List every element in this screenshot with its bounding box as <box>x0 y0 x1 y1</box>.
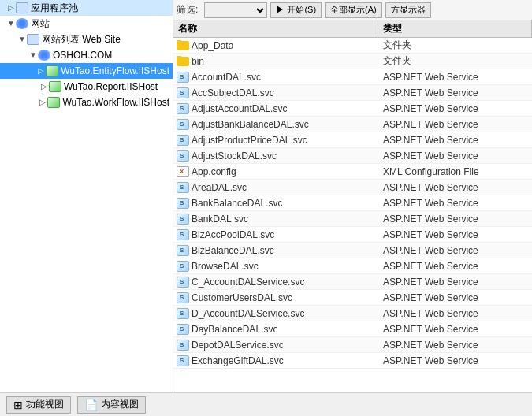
file-name-cell: ExchangeGiftDAL.svc <box>173 355 378 366</box>
file-type-text: ASP.NET Web Service <box>378 324 532 335</box>
file-row[interactable]: BizAccPoolDAL.svcASP.NET Web Service <box>173 227 532 243</box>
tree-node-apppool[interactable]: ▷ 应用程序池 <box>0 0 173 16</box>
file-type-text: ASP.NET Web Service <box>378 103 532 114</box>
file-name-text: BankDAL.svc <box>192 214 248 225</box>
file-type-text: ASP.NET Web Service <box>378 340 532 351</box>
filter-select[interactable] <box>204 2 267 18</box>
file-name-text: App_Data <box>192 40 233 51</box>
expand-entityflow[interactable]: ▷ <box>36 66 46 76</box>
svc-icon <box>177 355 189 366</box>
file-row[interactable]: DayBalanceDAL.svcASP.NET Web Service <box>173 321 532 337</box>
all-tasks-button[interactable]: 全部显示(A) <box>325 2 382 18</box>
right-panel: 筛选: ▶ 开始(S) 全部显示(A) 方显示器 名称 类型 App_Data文… <box>173 0 532 392</box>
file-name-text: AccountDAL.svc <box>192 72 261 83</box>
folder-icon <box>177 41 189 50</box>
file-name-cell: D_AccountDALService.svc <box>173 308 378 319</box>
file-row[interactable]: AdjustProductPriceDAL.svcASP.NET Web Ser… <box>173 132 532 148</box>
expand-websites[interactable]: ▼ <box>6 19 16 28</box>
file-row[interactable]: BankDAL.svcASP.NET Web Service <box>173 211 532 227</box>
col-header-type[interactable]: 类型 <box>378 20 532 37</box>
svc-icon <box>177 308 189 319</box>
file-type-text: ASP.NET Web Service <box>378 229 532 240</box>
file-row[interactable]: AdjustBankBalanceDAL.svcASP.NET Web Serv… <box>173 117 532 132</box>
expand-domain[interactable]: ▼ <box>28 50 38 60</box>
file-name-cell: DayBalanceDAL.svc <box>173 324 378 335</box>
start-button[interactable]: ▶ 开始(S) <box>270 2 322 18</box>
tree-node-entityflow[interactable]: ▷ WuTao.EntityFlow.IISHost <box>0 63 173 79</box>
file-row[interactable]: bin文件夹 <box>173 54 532 69</box>
tree-node-report[interactable]: ▷ WuTao.Report.IISHost <box>0 79 173 95</box>
file-type-text: XML Configuration File <box>378 166 532 177</box>
file-row[interactable]: AdjustAccountDAL.svcASP.NET Web Service <box>173 101 532 117</box>
file-row[interactable]: BrowseDAL.svcASP.NET Web Service <box>173 258 532 274</box>
file-list-body[interactable]: App_Data文件夹bin文件夹AccountDAL.svcASP.NET W… <box>173 38 532 392</box>
file-name-text: AccSubjectDAL.svc <box>192 87 274 98</box>
file-row[interactable]: AreaDAL.svcASP.NET Web Service <box>173 180 532 195</box>
svc-icon <box>177 150 189 162</box>
file-row[interactable]: App.configXML Configuration File <box>173 164 532 180</box>
svc-icon <box>177 119 189 130</box>
file-name-cell: BankDAL.svc <box>173 214 378 225</box>
file-type-text: ASP.NET Web Service <box>378 119 532 130</box>
tree-node-website[interactable]: ▼ 网站列表 Web Site <box>0 32 173 47</box>
feature-view-icon: ⊞ <box>13 399 23 411</box>
tree-node-workflow[interactable]: ▷ WuTao.WorkFlow.IISHost <box>0 95 173 110</box>
file-name-cell: AdjustBankBalanceDAL.svc <box>173 119 378 130</box>
file-name-cell: AccountDAL.svc <box>173 72 378 83</box>
file-name-cell: AreaDAL.svc <box>173 182 378 193</box>
svc-icon <box>177 87 189 98</box>
file-row[interactable]: AdjustStockDAL.svcASP.NET Web Service <box>173 148 532 164</box>
file-name-text: CustomerUsersDAL.svc <box>192 292 292 303</box>
file-name-text: BizAccPoolDAL.svc <box>192 229 274 240</box>
svc-icon <box>177 198 189 209</box>
group-by-button[interactable]: 方显示器 <box>385 2 431 18</box>
svc-icon <box>177 103 189 114</box>
expand-report[interactable]: ▷ <box>39 82 49 91</box>
file-name-text: DayBalanceDAL.svc <box>192 324 277 335</box>
expand-apppool[interactable]: ▷ <box>6 3 16 13</box>
file-name-cell: bin <box>173 56 378 67</box>
file-name-text: DepotDALService.svc <box>192 340 284 351</box>
svc-icon <box>177 292 189 303</box>
content-view-button[interactable]: 📄 内容视图 <box>77 396 146 414</box>
tree-node-websites[interactable]: ▼ 网站 <box>0 16 173 32</box>
file-row[interactable]: AccountDAL.svcASP.NET Web Service <box>173 69 532 85</box>
file-row[interactable]: AccSubjectDAL.svcASP.NET Web Service <box>173 85 532 101</box>
expand-workflow[interactable]: ▷ <box>38 98 47 107</box>
file-row[interactable]: ExchangeGiftDAL.svcASP.NET Web Service <box>173 353 532 369</box>
svc-icon <box>177 72 189 83</box>
file-row[interactable]: BankBalanceDAL.svcASP.NET Web Service <box>173 195 532 211</box>
file-name-text: D_AccountDALService.svc <box>192 308 304 319</box>
file-row[interactable]: D_AccountDALService.svcASP.NET Web Servi… <box>173 306 532 321</box>
col-header-name[interactable]: 名称 <box>173 20 378 37</box>
file-type-text: ASP.NET Web Service <box>378 214 532 225</box>
svc-icon <box>177 182 189 193</box>
file-row[interactable]: BizBalanceDAL.svcASP.NET Web Service <box>173 243 532 258</box>
file-row[interactable]: C_AccountDALService.svcASP.NET Web Servi… <box>173 274 532 290</box>
svc-icon <box>177 214 189 225</box>
expand-website[interactable]: ▼ <box>17 35 27 44</box>
svc-icon <box>177 135 189 146</box>
domain-label: OSHOH.COM <box>53 50 112 61</box>
content-view-label: 内容视图 <box>101 398 139 411</box>
file-row[interactable]: CustomerUsersDAL.svcASP.NET Web Service <box>173 290 532 306</box>
file-type-text: ASP.NET Web Service <box>378 355 532 366</box>
file-list-header: 名称 类型 <box>173 20 532 38</box>
website-icon <box>27 34 39 45</box>
main-container: ▷ 应用程序池 ▼ 网站 ▼ 网站列表 Web Site ▼ OSHOH.COM <box>0 0 532 392</box>
file-name-cell: AdjustAccountDAL.svc <box>173 103 378 114</box>
apppool-label: 应用程序池 <box>31 2 78 15</box>
file-name-cell: C_AccountDALService.svc <box>173 277 378 288</box>
left-tree-panel: ▷ 应用程序池 ▼ 网站 ▼ 网站列表 Web Site ▼ OSHOH.COM <box>0 0 173 392</box>
svc-icon <box>177 340 189 351</box>
file-type-text: ASP.NET Web Service <box>378 308 532 319</box>
file-row[interactable]: App_Data文件夹 <box>173 38 532 54</box>
config-icon <box>177 166 189 177</box>
file-row[interactable]: DepotDALService.svcASP.NET Web Service <box>173 337 532 353</box>
right-toolbar: 筛选: ▶ 开始(S) 全部显示(A) 方显示器 <box>173 0 532 20</box>
tree-node-domain[interactable]: ▼ OSHOH.COM <box>0 47 173 63</box>
file-name-cell: BankBalanceDAL.svc <box>173 198 378 209</box>
entityflow-label: WuTao.EntityFlow.IISHost <box>61 65 169 76</box>
file-type-text: ASP.NET Web Service <box>378 277 532 288</box>
feature-view-button[interactable]: ⊞ 功能视图 <box>6 396 71 414</box>
